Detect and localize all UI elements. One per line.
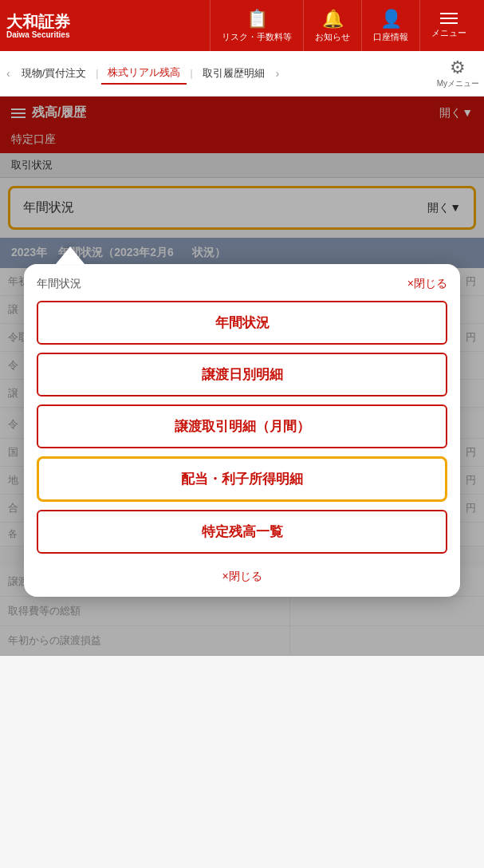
header-nav: 📋 リスク・手数料等 🔔 お知らせ 👤 口座情報 メニュー [70, 0, 478, 51]
popup-menu-joto-hibet[interactable]: 譲渡日別明細 [37, 353, 447, 397]
popup-close-bottom-button[interactable]: ×閉じる [37, 562, 447, 587]
popup-wrapper: 年間状況 ×閉じる 年間状況 譲渡日別明細 譲渡取引明細（月間） 配当・利子所得… [24, 247, 460, 597]
popup-menu-nenkanjokyo[interactable]: 年間状況 [37, 301, 447, 345]
popup-pointer [56, 247, 85, 264]
nav-account-label: 口座情報 [373, 31, 408, 43]
popup-box: 年間状況 ×閉じる 年間状況 譲渡日別明細 譲渡取引明細（月間） 配当・利子所得… [24, 264, 460, 597]
content-area: 残高/履歴 開く▼ 特定口座 取引状況 年間状況 開く▼ 2023年 年間状況（… [0, 97, 484, 656]
account-icon: 👤 [380, 9, 402, 30]
popup-menu-haito[interactable]: 配当・利子所得明細 [37, 456, 447, 502]
breadcrumb-genbutsu[interactable]: 現物/買付注文 [15, 63, 93, 84]
logo-sub: Daiwa Securities [6, 30, 70, 39]
risk-icon: 📋 [246, 9, 268, 30]
nav-risk-label: リスク・手数料等 [222, 31, 292, 43]
menu-icon [440, 13, 458, 24]
breadcrumb-right-arrow[interactable]: › [274, 67, 281, 80]
popup-header-label: 年間状況 [37, 277, 81, 291]
breadcrumb-torihiki[interactable]: 取引履歴明細 [196, 63, 271, 84]
news-icon: 🔔 [322, 9, 344, 30]
nav-menu-label: メニュー [431, 27, 466, 39]
popup-menu-tokutei-zanko[interactable]: 特定残高一覧 [37, 510, 447, 554]
breadcrumb-left-arrow[interactable]: ‹ [5, 67, 12, 80]
nav-menu[interactable]: メニュー [419, 0, 478, 51]
logo-main: 大和証券 [6, 13, 70, 30]
header: 大和証券 Daiwa Securities 📋 リスク・手数料等 🔔 お知らせ … [0, 0, 484, 51]
my-menu-button[interactable]: ⚙ Myメニュー [437, 57, 479, 89]
my-menu-label: Myメニュー [437, 78, 479, 89]
breadcrumb: ‹ 現物/買付注文 | 株式リアル残高 | 取引履歴明細 › ⚙ Myメニュー [0, 51, 484, 97]
breadcrumb-sep2: | [190, 68, 192, 79]
breadcrumb-sep1: | [96, 68, 98, 79]
nav-news[interactable]: 🔔 お知らせ [303, 0, 361, 51]
logo: 大和証券 Daiwa Securities [6, 13, 70, 39]
nav-risk[interactable]: 📋 リスク・手数料等 [210, 0, 303, 51]
breadcrumb-kabureal[interactable]: 株式リアル残高 [101, 62, 187, 85]
nav-account[interactable]: 👤 口座情報 [361, 0, 419, 51]
page-wrapper: 大和証券 Daiwa Securities 📋 リスク・手数料等 🔔 お知らせ … [0, 0, 484, 868]
gear-icon: ⚙ [450, 57, 466, 78]
nav-news-label: お知らせ [315, 31, 350, 43]
popup-header: 年間状況 ×閉じる [37, 277, 447, 291]
popup-menu-joto-torihiki[interactable]: 譲渡取引明細（月間） [37, 404, 447, 448]
popup-close-top-button[interactable]: ×閉じる [407, 277, 447, 291]
